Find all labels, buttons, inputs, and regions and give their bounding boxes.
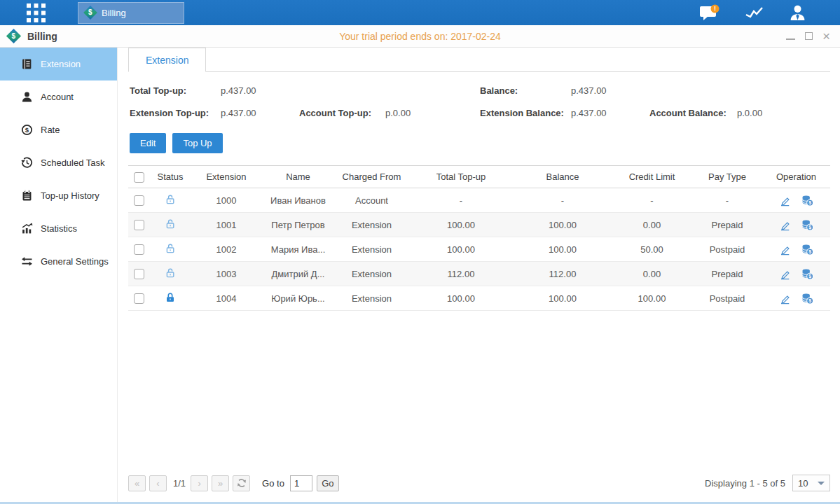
- sidebar-item-account[interactable]: Account: [0, 80, 117, 113]
- charged-from-cell: Extension: [335, 220, 408, 230]
- taskbar-billing-button[interactable]: $ Billing: [78, 2, 184, 24]
- account-balance-value: p.0.00: [737, 108, 815, 118]
- account-topup-label: Account Top-up:: [299, 108, 385, 118]
- tab-extension[interactable]: Extension: [128, 48, 206, 72]
- topup-extension-icon[interactable]: $: [801, 293, 813, 304]
- svg-text:$: $: [808, 249, 811, 255]
- extension-topup-label: Extension Top-up:: [130, 108, 221, 118]
- name-cell: Петр Петров: [261, 220, 335, 230]
- sidebar-item-topup-history[interactable]: Top-up History: [0, 179, 117, 212]
- total-topup-cell: 112.00: [408, 269, 514, 279]
- last-page-button[interactable]: »: [212, 475, 229, 491]
- charged-from-cell: Extension: [335, 244, 408, 255]
- row-checkbox[interactable]: [134, 244, 144, 255]
- name-cell: Юрий Юрь...: [261, 293, 335, 304]
- svg-text:$: $: [808, 225, 811, 230]
- edit-extension-icon[interactable]: [779, 293, 791, 304]
- svg-text:$: $: [25, 126, 29, 134]
- first-page-button[interactable]: «: [128, 475, 146, 491]
- dollar-circle-icon: $: [21, 124, 33, 136]
- status-lock-icon: [165, 246, 176, 256]
- edit-extension-icon[interactable]: [779, 195, 791, 206]
- col-pay-type: Pay Type: [692, 172, 762, 182]
- topup-button[interactable]: Top Up: [172, 133, 222, 153]
- select-all-checkbox[interactable]: [134, 172, 144, 183]
- status-lock-icon: [165, 221, 176, 232]
- person-icon: [21, 91, 33, 103]
- sidebar-item-statistics[interactable]: Statistics: [0, 212, 117, 245]
- topup-extension-icon[interactable]: $: [801, 268, 813, 280]
- topup-extension-icon[interactable]: $: [801, 195, 813, 206]
- balance-cell: 100.00: [514, 293, 612, 304]
- history-clock-icon: [21, 157, 33, 169]
- sidebar-item-label: Top-up History: [41, 190, 99, 201]
- displaying-text: Displaying 1 - 5 of 5: [705, 478, 785, 489]
- charged-from-cell: Extension: [335, 293, 408, 304]
- credit-limit-cell: 0.00: [612, 220, 692, 230]
- svg-text:$: $: [808, 274, 811, 279]
- row-checkbox[interactable]: [134, 293, 144, 304]
- charged-from-cell: Account: [335, 195, 408, 206]
- tabstrip: Extension: [128, 48, 830, 72]
- goto-page-input[interactable]: [290, 475, 312, 491]
- edit-button[interactable]: Edit: [130, 133, 166, 153]
- main-content: Extension Total Top-up: p.437.00 Balance…: [118, 48, 840, 502]
- row-checkbox[interactable]: [134, 220, 144, 230]
- extension-cell: 1001: [191, 220, 261, 230]
- minimize-button[interactable]: [786, 33, 795, 40]
- window-title: Billing: [27, 31, 57, 42]
- page-size-select[interactable]: 10: [792, 475, 830, 491]
- next-page-button[interactable]: ›: [191, 475, 208, 491]
- col-name: Name: [261, 172, 335, 182]
- col-operation: Operation: [762, 172, 830, 182]
- status-lock-icon: [165, 197, 176, 207]
- prev-page-button[interactable]: ‹: [149, 475, 167, 491]
- charged-from-cell: Extension: [335, 269, 408, 279]
- topup-extension-icon[interactable]: $: [801, 219, 813, 231]
- refresh-button[interactable]: [233, 475, 250, 491]
- credit-limit-cell: 100.00: [612, 293, 692, 304]
- topup-extension-icon[interactable]: $: [801, 244, 813, 255]
- sidebar-item-rate[interactable]: $ Rate: [0, 113, 117, 146]
- edit-extension-icon[interactable]: [779, 244, 791, 255]
- close-button[interactable]: ×: [822, 32, 830, 40]
- col-balance: Balance: [514, 172, 612, 182]
- edit-extension-icon[interactable]: [779, 268, 791, 280]
- total-topup-value: p.437.00: [221, 85, 299, 96]
- row-checkbox[interactable]: [134, 195, 144, 206]
- status-lock-icon: [165, 270, 176, 281]
- balance-cell: 100.00: [514, 244, 612, 255]
- edit-extension-icon[interactable]: [779, 219, 791, 231]
- user-account-icon[interactable]: [789, 4, 806, 22]
- sidebar-item-label: Account: [41, 92, 74, 102]
- total-topup-cell: 100.00: [408, 293, 514, 304]
- balance-cell: 112.00: [514, 269, 612, 279]
- apps-grid-icon[interactable]: [27, 4, 46, 22]
- table-row: 1001 Петр Петров Extension 100.00 100.00…: [128, 213, 830, 237]
- transfer-arrows-icon: [21, 255, 33, 267]
- messages-icon[interactable]: !: [699, 4, 719, 21]
- col-credit-limit: Credit Limit: [612, 172, 692, 182]
- pay-type-cell: -: [692, 195, 762, 206]
- row-checkbox[interactable]: [134, 269, 144, 279]
- statistics-chart-icon[interactable]: [745, 5, 764, 20]
- pay-type-cell: Postpaid: [692, 293, 762, 304]
- table-row: 1003 Дмитрий Д... Extension 112.00 112.0…: [128, 262, 830, 286]
- sidebar-item-scheduled-task[interactable]: Scheduled Task: [0, 146, 117, 179]
- page-size-value: 10: [798, 478, 808, 489]
- sidebar-item-general-settings[interactable]: General Settings: [0, 245, 117, 278]
- maximize-button[interactable]: [805, 32, 813, 40]
- extensions-table: Status Extension Name Charged From Total…: [128, 165, 830, 311]
- total-topup-cell: 100.00: [408, 220, 514, 230]
- sidebar-item-extension[interactable]: Extension: [0, 48, 117, 80]
- goto-label: Go to: [262, 478, 284, 489]
- go-button[interactable]: Go: [317, 475, 339, 491]
- total-topup-cell: -: [408, 195, 514, 206]
- balance-value: p.437.00: [571, 85, 649, 96]
- col-extension: Extension: [191, 172, 261, 182]
- sidebar-item-label: Scheduled Task: [41, 158, 105, 168]
- table-row: 1000 Иван Иванов Account - - - -: [128, 188, 830, 213]
- name-cell: Иван Иванов: [261, 195, 335, 206]
- status-lock-icon: [165, 295, 176, 305]
- sidebar: Extension Account $ Rate Scheduled Task: [0, 48, 118, 502]
